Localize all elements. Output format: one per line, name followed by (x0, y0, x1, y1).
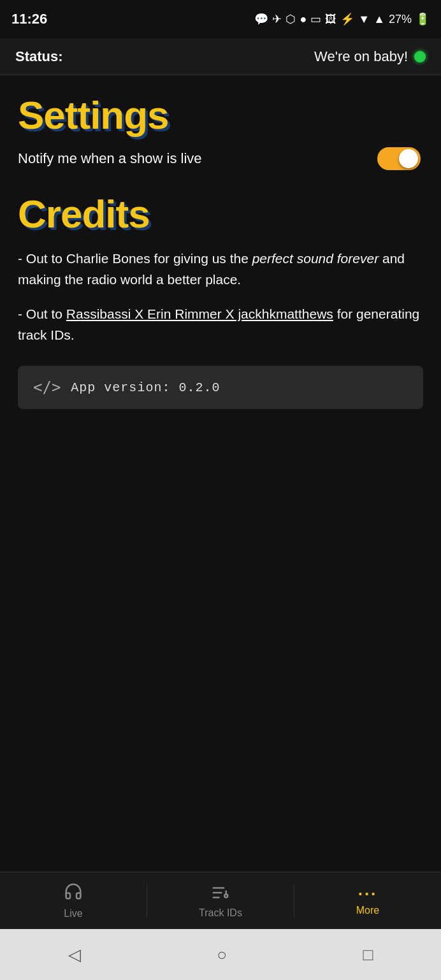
nfc-icon: ▭ (310, 12, 321, 26)
app-version-box: </> App version: 0.2.0 (18, 366, 423, 409)
status-value: We're on baby! (314, 48, 426, 65)
app-version-text: App version: 0.2.0 (71, 380, 220, 395)
notify-toggle[interactable] (377, 147, 421, 170)
status-bar: 11:26 💬 ✈ ⬡ ● ▭ 🖼 ⚡ ▼ ▲ 27% 🔋 (0, 0, 441, 38)
back-button[interactable]: ◁ (68, 945, 81, 965)
whatsapp-icon: 💬 (254, 12, 268, 26)
wifi-icon: ▼ (358, 13, 370, 26)
recents-button[interactable]: □ (363, 945, 373, 965)
status-icons: 💬 ✈ ⬡ ● ▭ 🖼 ⚡ ▼ ▲ 27% 🔋 (254, 12, 430, 26)
headphones-icon (64, 882, 83, 905)
nav-item-more[interactable]: ··· More (294, 872, 441, 929)
credits-rassibassi: - Out to Rassibassi X Erin Rimmer X jack… (18, 304, 423, 345)
app-status-bar: Status: We're on baby! (0, 38, 441, 75)
live-indicator (414, 51, 426, 62)
time: 11:26 (11, 11, 47, 27)
home-button[interactable]: ○ (217, 945, 227, 965)
nav-label-more: More (356, 905, 379, 916)
signal-icon: ▲ (373, 13, 385, 26)
system-nav: ◁ ○ □ (0, 929, 441, 980)
teams-icon: ⬡ (286, 12, 296, 26)
bluetooth-icon: ⚡ (340, 12, 354, 26)
credits-title: Credits (18, 193, 423, 234)
queue-music-icon (211, 883, 230, 905)
main-content: Settings Notify me when a show is live C… (0, 75, 441, 409)
nav-item-trackids[interactable]: Track IDs (147, 872, 294, 929)
nav-label-live: Live (64, 908, 82, 919)
bottom-nav: Live Track IDs ··· More (0, 872, 441, 929)
battery-percent: 27% (389, 13, 412, 26)
battery-icon: 🔋 (416, 12, 430, 26)
credits-charlie: - Out to Charlie Bones for giving us the… (18, 249, 423, 290)
image-icon: 🖼 (325, 13, 336, 26)
toggle-thumb (399, 149, 418, 168)
status-label: Status: (15, 48, 63, 65)
settings-title: Settings (18, 94, 423, 136)
credit1-prefix: - Out to Charlie Bones for giving us the (18, 251, 252, 266)
more-icon: ··· (358, 886, 378, 902)
nav-item-live[interactable]: Live (0, 872, 147, 929)
silent-icon: ✈ (272, 12, 282, 26)
nav-label-trackids: Track IDs (199, 907, 242, 919)
credit1-italic: perfect sound forever (252, 251, 379, 266)
credit2-prefix: - Out to (18, 306, 66, 321)
code-icon: </> (33, 378, 61, 396)
credits-link[interactable]: Rassibassi X Erin Rimmer X jackhkmatthew… (66, 306, 333, 321)
status-text: We're on baby! (314, 48, 408, 65)
notify-label: Notify me when a show is live (18, 150, 202, 167)
notify-row: Notify me when a show is live (18, 147, 423, 170)
circle-icon: ● (300, 13, 307, 26)
